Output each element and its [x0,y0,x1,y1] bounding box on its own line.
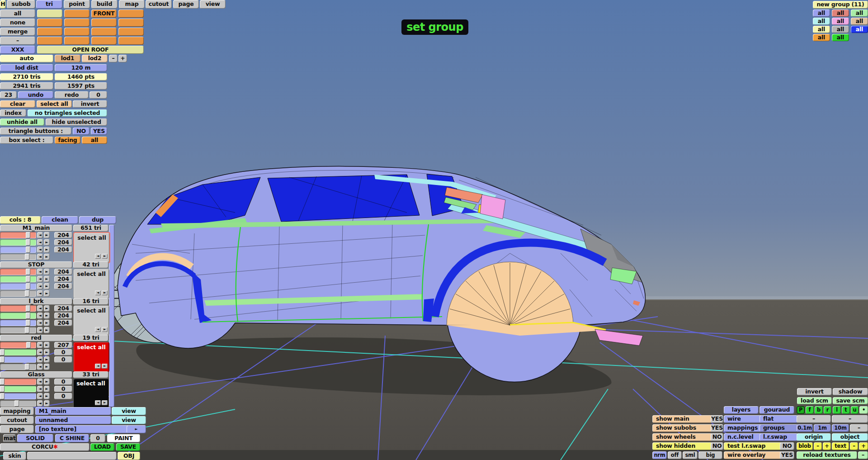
unhide-all-button[interactable]: unhide all [0,119,44,126]
slider-inc[interactable]: ► [44,290,50,297]
value-blue[interactable]: 204 [54,320,72,326]
slider-inc[interactable]: ► [44,342,50,348]
lod-minus-button[interactable]: – [109,55,118,62]
group-all-button[interactable]: all [832,18,849,25]
subob-cell[interactable] [91,37,117,45]
slider-dec[interactable]: ◄ [37,232,43,238]
test-lrswap-toggle[interactable]: NO [780,442,794,450]
subob-merge-button[interactable]: merge [0,28,35,36]
lrswap-button[interactable]: l.r.swap [760,433,798,441]
value-red[interactable]: 0 [54,379,72,385]
dash-button[interactable]: – [797,415,831,423]
cutout-value[interactable]: unnamed [35,416,111,424]
box-select-all[interactable]: all [82,137,107,144]
value-green[interactable]: 204 [54,276,72,282]
slider-dec[interactable]: ◄ [37,356,43,363]
grid-01m-button[interactable]: 0.1m [797,424,813,432]
group-all-button[interactable]: all [813,34,830,41]
show-hidden-label[interactable]: show hidden [652,442,712,450]
slider-inc[interactable]: ► [44,349,50,356]
subob-dash-button[interactable]: – [0,37,35,45]
subob-cell[interactable] [37,28,62,36]
lod-dist-label[interactable]: lod dist [0,64,53,71]
slider-inc[interactable]: ► [44,254,50,260]
dup-button[interactable]: dup [79,216,116,224]
proj-r-button[interactable]: r [824,406,831,414]
subob-cell[interactable] [37,19,62,27]
proj-t-button[interactable]: t [842,406,850,414]
triangle-buttons-no[interactable]: NO [73,128,90,135]
wire-button[interactable]: wire [724,415,762,423]
clean-button[interactable]: clean [42,216,78,224]
slider-inc[interactable]: ► [44,269,50,275]
lod-dist-value[interactable]: 120 m [55,64,107,71]
reload-dash-button[interactable]: – [858,451,868,459]
slider-extra[interactable] [0,400,36,407]
material-next[interactable]: ► [102,364,108,369]
group-all-button[interactable]: all [851,18,868,25]
subob-cell[interactable] [64,28,90,36]
slider-dec[interactable]: ◄ [37,313,43,319]
menu-point[interactable]: point [64,0,90,9]
text-plus-button[interactable]: + [859,442,868,450]
menu-view[interactable]: view [200,0,226,9]
ncl-button[interactable]: n.c.level [724,433,762,441]
subob-cell[interactable] [64,19,90,27]
material-next[interactable]: ► [102,254,108,259]
slider-blue[interactable] [0,283,36,289]
slider-green[interactable] [0,386,36,392]
page-value[interactable]: [no texture] [35,425,129,433]
hide-unselected-button[interactable]: hide unselected [46,119,107,126]
group-all-button-selected[interactable]: all [851,26,868,33]
show-main-label[interactable]: show main [652,415,712,423]
lod-plus-button[interactable]: + [118,55,127,62]
subob-cell[interactable] [64,9,90,18]
material-prev[interactable]: ◄ [95,364,101,369]
slider-inc[interactable]: ► [44,320,50,326]
value-blue[interactable]: 0 [54,393,72,399]
grid-1m-button[interactable]: 1m [814,424,831,432]
material-name[interactable]: Glass [0,371,72,378]
box-select-facing[interactable]: facing [55,137,80,144]
material-prev[interactable]: ◄ [95,254,101,259]
value-red[interactable]: 204 [54,232,72,238]
slider-extra[interactable] [0,254,36,260]
group-all-button[interactable]: all [851,9,868,17]
show-subobs-toggle[interactable]: YES [711,424,723,432]
subob-cell-front[interactable]: FRONT [91,9,117,18]
subob-cell[interactable] [37,9,62,18]
lod2-button[interactable]: lod2 [82,55,108,62]
load-button[interactable]: LOAD [90,443,114,451]
save-scm-button[interactable]: save scm [833,397,868,404]
mapping-label[interactable]: mapping [0,407,34,415]
cutout-label[interactable]: cutout [0,416,34,424]
proj-f-button[interactable]: f [806,406,814,414]
proj-u-button[interactable]: u [851,406,859,414]
gouraud-button[interactable]: gouraud [760,406,794,414]
slider-green[interactable] [0,349,36,356]
mat-solid-button[interactable]: SOLID [17,434,53,442]
slider-blue[interactable] [0,356,36,363]
menu-build[interactable]: build [91,0,118,9]
slider-blue[interactable] [0,247,36,253]
value-blue[interactable]: 0 [54,356,72,363]
menu-map[interactable]: map [119,0,145,9]
menu-page[interactable]: page [173,0,199,9]
show-main-toggle[interactable]: YES [711,415,723,423]
index-button[interactable]: index [0,109,26,117]
blob-button[interactable]: blob [797,442,813,450]
cutout-view-button[interactable]: view [112,416,146,424]
slider-inc[interactable]: ► [44,247,50,253]
menu-cutout[interactable]: cutout [146,0,172,9]
slider-red[interactable] [0,305,36,312]
mat-paint-button[interactable]: PAINT [107,434,140,442]
show-hidden-toggle[interactable]: NO [711,442,723,450]
slider-inc[interactable]: ► [44,393,50,399]
slider-extra[interactable] [0,290,36,297]
mat-cshine-button[interactable]: C SHINE [55,434,89,442]
select-all-button[interactable]: select all [37,100,72,108]
value-red[interactable]: 204 [54,269,72,275]
sml-button[interactable]: sml [683,451,698,459]
page-label[interactable]: page [0,425,34,433]
proj-l-button[interactable]: l [833,406,841,414]
